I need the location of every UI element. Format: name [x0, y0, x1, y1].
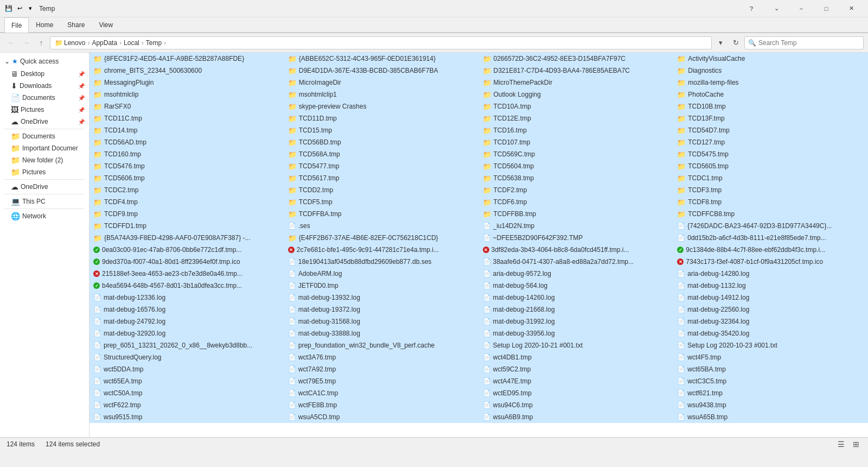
- file-item[interactable]: 📄mat-debug-564.log: [479, 280, 674, 292]
- file-item[interactable]: 📄wct4DB1.tmp: [479, 351, 674, 363]
- refresh-button[interactable]: ↻: [729, 36, 742, 49]
- maximize-button[interactable]: □: [814, 0, 839, 17]
- file-item[interactable]: ✕7343c173-f3ef-4087-b1cf-0f9a431205cf.tm…: [673, 256, 868, 268]
- file-item[interactable]: 📁TCD16.tmp: [479, 124, 674, 136]
- file-item[interactable]: 📁TCDF4.tmp: [90, 196, 284, 208]
- file-item[interactable]: 📁0266572D-36C2-4952-8EE3-D154BFA7F97C: [479, 53, 674, 65]
- file-item[interactable]: 📁TCDC2.tmp: [90, 184, 284, 196]
- file-item[interactable]: 📄Setup Log 2020-10-23 #001.txt: [673, 339, 868, 351]
- file-item[interactable]: 📄wctC3C5.tmp: [673, 375, 868, 387]
- file-item[interactable]: 📁TCDF8.tmp: [673, 196, 868, 208]
- file-item[interactable]: 📄mat-debug-31992.log: [479, 315, 674, 327]
- file-item[interactable]: 📁TCD10B.tmp: [673, 100, 868, 112]
- sidebar-item-network[interactable]: 🌐 Network: [0, 210, 89, 222]
- details-view-button[interactable]: ☰: [835, 439, 846, 450]
- file-item[interactable]: 📁D9E4D1DA-367E-433B-BCBD-385CBAB6F7BA: [284, 65, 479, 77]
- file-item[interactable]: ✕3df82eda-3b43-4064-b8c8-6da0fcd451ff.tm…: [479, 244, 674, 256]
- sidebar-item-pictures2[interactable]: 📁 Pictures: [0, 166, 89, 178]
- quick-access-header[interactable]: ⌄ ★ Quick access: [0, 55, 89, 68]
- file-item[interactable]: 📁TCD5638.tmp: [479, 172, 674, 184]
- sidebar-item-downloads[interactable]: ⬇ Downloads 📌: [0, 80, 89, 92]
- file-item[interactable]: 📄mat-debug-13932.log: [284, 292, 479, 304]
- file-item[interactable]: 📄wct4F5.tmp: [673, 351, 868, 363]
- file-item[interactable]: 📁TCDD2.tmp: [284, 184, 479, 196]
- file-item[interactable]: 📁Outlook Logging: [479, 89, 674, 100]
- tiles-view-button[interactable]: ⊞: [851, 439, 861, 450]
- file-item[interactable]: 📄mat-debug-24792.log: [90, 315, 284, 327]
- file-item[interactable]: 📁TCD568A.tmp: [284, 148, 479, 160]
- file-item[interactable]: 📄mat-debug-1132.log: [673, 280, 868, 292]
- file-item[interactable]: 📄JETF0D0.tmp: [284, 280, 479, 292]
- file-item[interactable]: 📄AdobeARM.log: [284, 268, 479, 280]
- file-area[interactable]: 📁{8FEC91F2-4ED5-4A1F-A9BE-52B287A88FDE}📁…: [90, 53, 868, 437]
- tab-share[interactable]: Share: [60, 17, 92, 33]
- help-button[interactable]: ?: [739, 0, 764, 17]
- file-item[interactable]: 📁msohtmlclip: [90, 89, 284, 100]
- sidebar-item-documents[interactable]: 📄 Documents 📌: [0, 92, 89, 104]
- file-item[interactable]: 📄wct3A76.tmp: [284, 351, 479, 363]
- file-item[interactable]: 📄~DFEE5B2D90F642F392.TMP: [479, 232, 674, 244]
- tab-home[interactable]: Home: [29, 17, 60, 33]
- breadcrumb-temp[interactable]: Temp: [146, 39, 162, 47]
- file-item[interactable]: 📁TCD13F.tmp: [673, 112, 868, 124]
- chevron-button[interactable]: ⌄: [764, 0, 789, 17]
- up-button[interactable]: ↑: [35, 36, 48, 49]
- sidebar-item-onedrive2[interactable]: ☁ OneDrive: [0, 181, 89, 193]
- file-item[interactable]: 📁{E4FF2B67-37AE-4B6E-82EF-0C756218C1CD}: [284, 232, 479, 244]
- file-item[interactable]: 📁TCD107.tmp: [479, 136, 674, 148]
- file-item[interactable]: 📄mat-debug-12336.log: [90, 292, 284, 304]
- file-item[interactable]: 📁{8FEC91F2-4ED5-4A1F-A9BE-52B287A88FDE}: [90, 53, 284, 65]
- tab-view[interactable]: View: [92, 17, 120, 33]
- file-item[interactable]: 📁RarSFX0: [90, 100, 284, 112]
- file-item[interactable]: 📁TCD5605.tmp: [673, 160, 868, 172]
- sidebar-item-newfolder[interactable]: 📁 New folder (2): [0, 154, 89, 166]
- file-item[interactable]: 📁TCD14.tmp: [90, 124, 284, 136]
- file-item[interactable]: 📄wsuA5CD.tmp: [284, 411, 479, 423]
- file-item[interactable]: 📁TCD160.tmp: [90, 148, 284, 160]
- file-item[interactable]: 📄wsu94C6.tmp: [479, 399, 674, 411]
- search-bar[interactable]: 🔍: [744, 36, 864, 49]
- file-item[interactable]: 📄wsu9515.tmp: [90, 411, 284, 423]
- file-item[interactable]: 📄mat-debug-16576.log: [90, 304, 284, 315]
- file-item[interactable]: 📄mat-debug-21668.log: [479, 304, 674, 315]
- sidebar-item-pictures[interactable]: 🖼 Pictures 📌: [0, 104, 89, 116]
- forward-button[interactable]: →: [20, 36, 33, 49]
- file-item[interactable]: 📄wct59C2.tmp: [479, 363, 674, 375]
- breadcrumb-local[interactable]: Local: [124, 39, 139, 47]
- file-item[interactable]: 📄mat-debug-32364.log: [673, 315, 868, 327]
- file-item[interactable]: 📄wct65EA.tmp: [90, 375, 284, 387]
- file-item[interactable]: 📄wctA47E.tmp: [479, 375, 674, 387]
- file-item[interactable]: 📁TCDF2.tmp: [479, 184, 674, 196]
- file-item[interactable]: 📄mat-debug-33956.log: [479, 327, 674, 339]
- file-item[interactable]: 📄wctC50A.tmp: [90, 387, 284, 399]
- file-item[interactable]: ✓b4ea5694-648b-4567-8d01-3b1a0dfea3cc.tm…: [90, 280, 284, 292]
- file-item[interactable]: 📁TCD5604.tmp: [479, 160, 674, 172]
- file-item[interactable]: 📄wsu9438.tmp: [673, 399, 868, 411]
- file-item[interactable]: 📄Setup Log 2020-10-21 #001.txt: [479, 339, 674, 351]
- file-item[interactable]: 📁TCD15.tmp: [284, 124, 479, 136]
- file-item[interactable]: 📄wct79E5.tmp: [284, 375, 479, 387]
- file-item[interactable]: 📁MicroImageDir: [284, 77, 479, 89]
- file-item[interactable]: 📁ActivityVisualCache: [673, 53, 868, 65]
- file-item[interactable]: 📁TCD5606.tmp: [90, 172, 284, 184]
- file-item[interactable]: 📁TCD56AD.tmp: [90, 136, 284, 148]
- file-item[interactable]: 📄prep_6051_13231_20262_0_x86__8wekyb3d8b…: [90, 339, 284, 351]
- dropdown-location-button[interactable]: ▾: [714, 36, 727, 49]
- file-item[interactable]: 📄mat-debug-33888.log: [284, 327, 479, 339]
- minimize-button[interactable]: −: [789, 0, 814, 17]
- breadcrumb-appdata[interactable]: AppData: [92, 39, 117, 47]
- file-item[interactable]: ✓9c1384de-88b4-4c7f-88ee-ebf62ddb4f3c.tm…: [673, 244, 868, 256]
- file-item[interactable]: 📄wsuA65B.tmp: [673, 411, 868, 423]
- file-item[interactable]: 📄aria-debug-9572.log: [479, 268, 674, 280]
- file-item[interactable]: 📁TCDF3.tmp: [673, 184, 868, 196]
- file-item[interactable]: 📁TCDFFCB8.tmp: [673, 208, 868, 220]
- file-item[interactable]: 📁TCD127.tmp: [673, 136, 868, 148]
- file-item[interactable]: 📄mat-debug-35420.log: [673, 327, 868, 339]
- file-item[interactable]: 📄{7426DADC-BA23-4647-92D3-B1D977A3449C}.…: [673, 220, 868, 232]
- file-item[interactable]: 📁D321E817-C7D4-4D93-BAA4-786E85AEBA7C: [479, 65, 674, 77]
- file-item[interactable]: 📁PhotoCache: [673, 89, 868, 100]
- file-item[interactable]: 📁TCDFFBB.tmp: [479, 208, 674, 220]
- file-item[interactable]: 📁TCDFFD1.tmp: [90, 220, 284, 232]
- file-item[interactable]: 📄aria-debug-14280.log: [673, 268, 868, 280]
- file-item[interactable]: 📁TCDF6.tmp: [479, 196, 674, 208]
